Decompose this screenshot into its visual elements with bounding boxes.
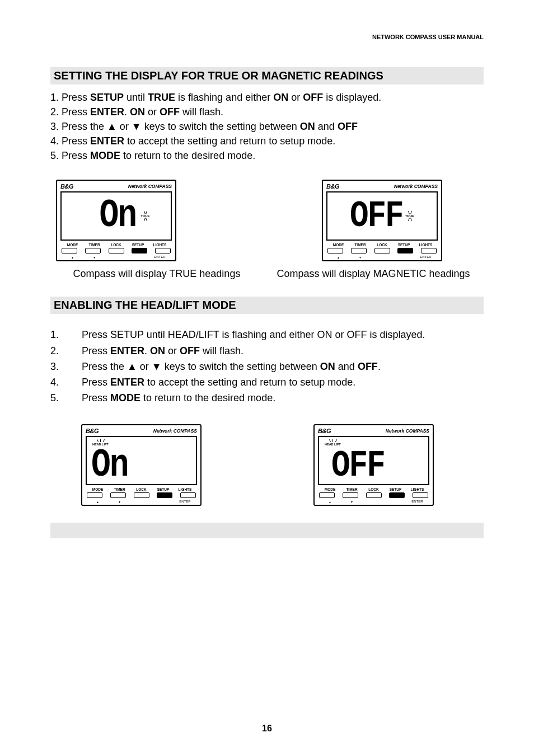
step-3: 3. Press the ▲ or ▼ keys to switch the s… xyxy=(50,119,484,134)
section-1-steps: 1. Press SETUP until TRUE is flashing an… xyxy=(50,90,484,163)
timer-button[interactable] xyxy=(343,492,358,498)
device-brand: B&G xyxy=(60,183,73,190)
lights-button[interactable] xyxy=(421,248,437,253)
step-2: 2. Press ENTER. ON or OFF will flash. xyxy=(50,105,484,119)
true-indicator: TRUE xyxy=(140,211,149,221)
mode-button[interactable] xyxy=(327,248,343,253)
device-screen: OFF TRUE xyxy=(326,191,438,241)
lights-button[interactable] xyxy=(413,492,428,498)
down-arrow-label: ▾ xyxy=(109,500,130,504)
setup-button[interactable] xyxy=(397,248,413,253)
btn-label-setup: SETUP xyxy=(385,487,406,491)
btn-label-lights: LIGHTS xyxy=(406,487,428,491)
step-2: 2. Press ENTER. ON or OFF will flash. xyxy=(50,344,484,358)
timer-button[interactable] xyxy=(351,248,367,253)
page-number: 16 xyxy=(262,724,272,734)
device-brand: B&G xyxy=(318,428,331,434)
caption-true: Compass will display TRUE headings xyxy=(50,268,263,280)
empty-section-bar xyxy=(50,523,484,538)
btn-label-lights: LIGHTS xyxy=(174,487,196,491)
btn-label-setup: SETUP xyxy=(127,243,149,247)
lock-button[interactable] xyxy=(366,492,382,498)
btn-label-timer: TIMER xyxy=(109,487,130,491)
device-figure-off-headlift: B&G Network COMPASS HEAD LIFT OFF MODE T… xyxy=(313,424,434,506)
step-1: 1. Press SETUP until HEAD/LIFT is flashi… xyxy=(50,327,484,342)
section-2-heading: ENABLING THE HEAD/LIFT MODE xyxy=(50,297,484,314)
device-screen: HEAD LIFT OFF xyxy=(318,436,429,485)
step-5: 5. Press MODE to return to the desired m… xyxy=(50,148,484,163)
up-arrow-label: ▴ xyxy=(87,500,109,504)
step-4: 4. Press ENTER to accept the setting and… xyxy=(50,134,484,148)
display-value: On xyxy=(91,446,128,485)
lights-button[interactable] xyxy=(155,248,171,253)
device-model: Network COMPASS xyxy=(153,428,197,434)
btn-label-lights: LIGHTS xyxy=(415,243,437,247)
lock-button[interactable] xyxy=(374,248,390,253)
setup-button[interactable] xyxy=(132,248,147,253)
mode-button[interactable] xyxy=(319,492,335,498)
device-model: Network COMPASS xyxy=(386,428,429,434)
device-model: Network COMPASS xyxy=(394,184,438,189)
step-3: 3. Press the ▲ or ▼ keys to switch the s… xyxy=(50,359,484,374)
btn-label-timer: TIMER xyxy=(341,487,363,491)
btn-label-timer: TIMER xyxy=(83,243,105,247)
device-figure-on-headlift: B&G Network COMPASS HEAD LIFT On MODE TI… xyxy=(81,424,202,506)
btn-label-lock: LOCK xyxy=(105,243,127,247)
device-model: Network COMPASS xyxy=(128,184,172,189)
figure-row-2: B&G Network COMPASS HEAD LIFT On MODE TI… xyxy=(50,424,484,506)
device-brand: B&G xyxy=(86,428,99,434)
up-arrow-label: ▴ xyxy=(327,255,349,259)
step-1: 1. Press SETUP until TRUE is flashing an… xyxy=(50,90,484,105)
btn-label-lights: LIGHTS xyxy=(149,243,171,247)
enter-label: ENTER xyxy=(174,500,196,504)
true-indicator: TRUE xyxy=(405,211,414,221)
down-arrow-label: ▾ xyxy=(341,500,363,504)
enter-label: ENTER xyxy=(149,255,171,259)
lock-button[interactable] xyxy=(134,492,149,498)
timer-button[interactable] xyxy=(110,492,126,498)
display-value: OFF xyxy=(331,447,385,484)
down-arrow-label: ▾ xyxy=(83,255,105,259)
device-figure-off-true: B&G Network COMPASS OFF TRUE MODE TIMER … xyxy=(322,180,442,261)
mode-button[interactable] xyxy=(87,492,102,498)
btn-label-mode: MODE xyxy=(87,487,109,491)
timer-button[interactable] xyxy=(85,248,101,253)
section-1-heading: SETTING THE DISPLAY FOR TRUE OR MAGNETIC… xyxy=(50,67,484,84)
enter-label: ENTER xyxy=(406,500,428,504)
display-value: OFF xyxy=(350,198,403,235)
figure-1-captions: Compass will display TRUE headings Compa… xyxy=(50,268,484,280)
step-5: 5. Press MODE to return to the desired m… xyxy=(50,391,484,405)
up-arrow-label: ▴ xyxy=(62,255,83,259)
mode-button[interactable] xyxy=(62,248,77,253)
btn-label-timer: TIMER xyxy=(349,243,371,247)
caption-magnetic: Compass will display MAGNETIC headings xyxy=(263,268,484,280)
device-screen: On TRUE xyxy=(60,191,172,241)
btn-label-mode: MODE xyxy=(62,243,83,247)
btn-label-mode: MODE xyxy=(319,487,341,491)
display-value: On xyxy=(100,197,137,236)
section-2-steps: 1. Press SETUP until HEAD/LIFT is flashi… xyxy=(50,327,484,405)
lights-button[interactable] xyxy=(180,492,196,498)
figure-row-1: B&G Network COMPASS On TRUE MODE TIMER L… xyxy=(50,180,484,261)
device-brand: B&G xyxy=(326,183,339,190)
btn-label-setup: SETUP xyxy=(152,487,174,491)
page-header-text: NETWORK COMPASS USER MANUAL xyxy=(372,34,484,40)
device-screen: HEAD LIFT On xyxy=(86,436,197,485)
step-4: 4. Press ENTER to accept the setting and… xyxy=(50,375,484,389)
btn-label-setup: SETUP xyxy=(393,243,415,247)
btn-label-lock: LOCK xyxy=(130,487,152,491)
btn-label-mode: MODE xyxy=(327,243,349,247)
up-arrow-label: ▴ xyxy=(319,500,341,504)
setup-button[interactable] xyxy=(389,492,405,498)
btn-label-lock: LOCK xyxy=(371,243,393,247)
device-figure-on-true: B&G Network COMPASS On TRUE MODE TIMER L… xyxy=(56,180,176,261)
btn-label-lock: LOCK xyxy=(363,487,385,491)
setup-button[interactable] xyxy=(157,492,172,498)
lock-button[interactable] xyxy=(109,248,124,253)
enter-label: ENTER xyxy=(415,255,437,259)
down-arrow-label: ▾ xyxy=(349,255,371,259)
